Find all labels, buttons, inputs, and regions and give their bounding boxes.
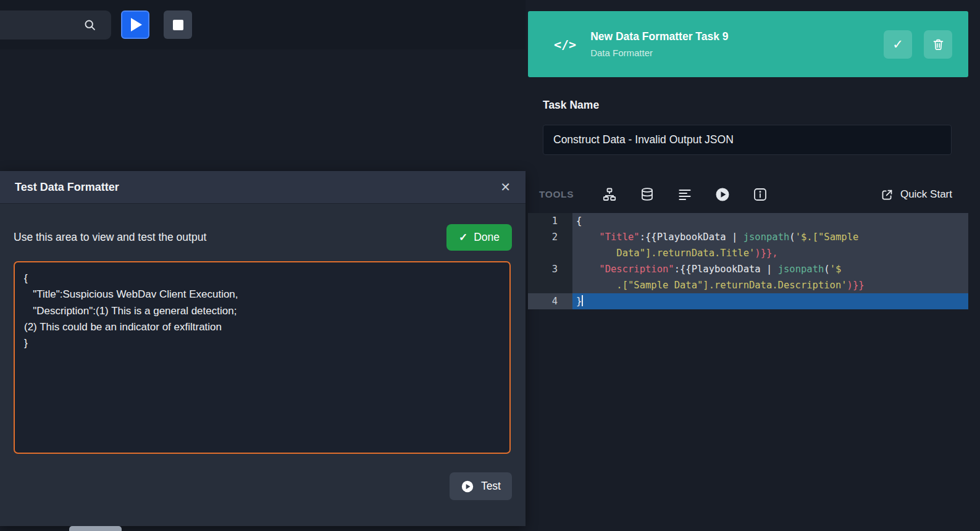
dialog-header: Test Data Formatter ✕ <box>0 171 526 204</box>
stop-icon <box>173 20 183 30</box>
line-number: 1 <box>528 213 572 229</box>
task-title: New Data Formatter Task 9 <box>590 30 728 43</box>
code-line[interactable]: .["Sample Data"].returnData.Description'… <box>572 277 968 293</box>
test-button[interactable]: Test <box>450 472 512 500</box>
quick-start-label: Quick Start <box>900 188 952 201</box>
task-name-input[interactable] <box>543 125 952 155</box>
tools-info-button[interactable] <box>753 187 768 202</box>
tools-hierarchy-button[interactable] <box>602 187 617 202</box>
tools-row: TOOLS <box>528 179 968 210</box>
code-row: 3 "Description":{{PlaybookData | jsonpat… <box>528 261 968 277</box>
output-textarea[interactable]: { "Title":Suspicious WebDav Client Execu… <box>14 261 511 454</box>
play-circle-icon <box>461 480 474 493</box>
quick-start-button[interactable]: Quick Start <box>881 188 952 201</box>
code-line[interactable]: "Title":{{PlaybookData | jsonpath('$.["S… <box>572 229 968 245</box>
line-number: 4 <box>528 293 572 309</box>
line-number: 2 <box>528 229 572 245</box>
code-line[interactable]: } <box>572 293 968 309</box>
line-number <box>528 245 572 261</box>
dialog-body: Use this area to view and test the outpu… <box>0 224 526 500</box>
code-row: 2 "Title":{{PlaybookData | jsonpath('$.[… <box>528 229 968 245</box>
hierarchy-icon <box>602 187 617 202</box>
code-row: 4} <box>528 293 968 309</box>
instruction-text: Use this area to view and test the outpu… <box>14 231 206 244</box>
task-subtitle: Data Formatter <box>590 48 728 58</box>
confirm-task-button[interactable]: ✓ <box>884 30 912 59</box>
search-box[interactable] <box>0 10 111 40</box>
code-icon: </> <box>554 37 576 52</box>
task-header: </> New Data Formatter Task 9 Data Forma… <box>528 11 968 77</box>
code-editor[interactable]: 1{2 "Title":{{PlaybookData | jsonpath('$… <box>528 213 968 309</box>
align-left-icon <box>677 187 692 202</box>
test-label: Test <box>481 480 501 493</box>
play-circle-icon <box>715 187 730 202</box>
check-icon: ✓ <box>459 231 467 244</box>
stop-playbook-button[interactable] <box>164 10 192 39</box>
canvas-node-partial <box>69 526 122 531</box>
tools-run-button[interactable] <box>715 187 730 202</box>
external-link-icon <box>881 188 894 201</box>
play-icon <box>131 18 142 31</box>
search-icon <box>83 19 96 31</box>
database-icon <box>640 187 655 202</box>
tools-label: TOOLS <box>539 189 574 200</box>
close-icon[interactable]: ✕ <box>500 181 511 193</box>
delete-task-button[interactable] <box>924 30 952 59</box>
trash-icon <box>932 38 945 51</box>
dialog-title: Test Data Formatter <box>15 181 119 194</box>
code-rows: 1{2 "Title":{{PlaybookData | jsonpath('$… <box>528 213 968 309</box>
code-row: .["Sample Data"].returnData.Description'… <box>528 277 968 293</box>
task-name-label: Task Name <box>543 99 599 112</box>
tools-align-left-button[interactable] <box>677 187 692 202</box>
line-number <box>528 277 572 293</box>
info-icon <box>753 187 768 202</box>
code-line[interactable]: { <box>572 213 968 229</box>
done-label: Done <box>474 231 500 244</box>
line-number: 3 <box>528 261 572 277</box>
run-playbook-button[interactable] <box>121 10 149 39</box>
code-line[interactable]: "Description":{{PlaybookData | jsonpath(… <box>572 261 968 277</box>
code-row: 1{ <box>528 213 968 229</box>
code-row: Data"].returnData.Title')}}, <box>528 245 968 261</box>
check-icon: ✓ <box>892 37 903 52</box>
test-data-formatter-dialog: Test Data Formatter ✕ Use this area to v… <box>0 171 526 526</box>
code-line[interactable]: Data"].returnData.Title')}}, <box>572 245 968 261</box>
tools-database-button[interactable] <box>640 187 655 202</box>
done-button[interactable]: ✓ Done <box>446 224 512 251</box>
text-cursor <box>582 295 583 306</box>
